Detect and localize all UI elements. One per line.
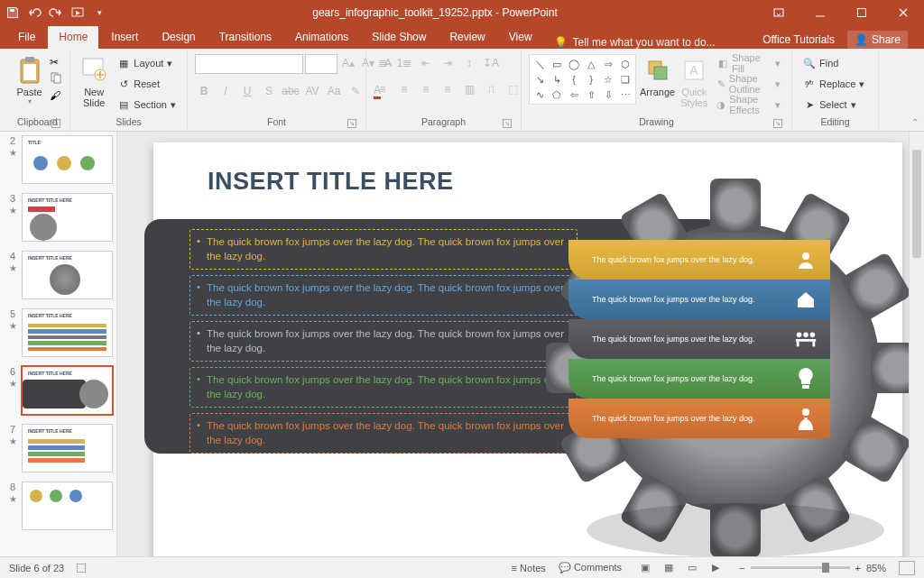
new-slide-button[interactable]: New Slide [78,54,110,108]
indent-icon[interactable]: ⇥ [439,54,457,72]
language-indicator[interactable] [77,564,86,573]
reset-button[interactable]: ↺Reset [114,75,180,93]
shape-arrow2-icon[interactable]: ⇦ [567,88,581,101]
shape-outline-button[interactable]: ✎Shape Outline ▾ [713,75,784,93]
justify-icon[interactable]: ≡ [439,80,457,98]
reading-view-icon[interactable]: ▭ [681,560,703,576]
bullets-icon[interactable]: ≣ [374,54,392,72]
section-button[interactable]: ▤Section ▾ [114,96,180,114]
redo-icon[interactable] [49,5,63,20]
gear-row-3[interactable]: The quick brown fox jumps over the lazy … [568,319,830,359]
tab-animations[interactable]: Animations [284,26,359,49]
font-family-select[interactable] [195,54,303,74]
replace-button[interactable]: ᵃ⁄ᵇReplace ▾ [799,75,868,93]
tab-file[interactable]: File [7,26,46,49]
office-tutorials-link[interactable]: Office Tutorials [762,33,835,46]
slide-canvas[interactable]: INSERT TITLE HERE The quick brown fox ju… [153,142,902,556]
slide-title[interactable]: INSERT TITLE HERE [208,168,454,196]
text-direction-icon[interactable]: ↧A [482,54,500,72]
dialog-launcher-icon[interactable]: ↘ [347,119,356,128]
shape-lbrace-icon[interactable]: { [567,73,581,86]
thumb-4[interactable]: 4★INSERT TITLE HERE [7,251,113,299]
highlight-icon[interactable]: ✎ [346,82,365,100]
shape-conn-icon[interactable]: ↳ [550,73,564,86]
zoom-control[interactable]: − + 85% [739,563,886,573]
bullet-1[interactable]: The quick brown fox jumps over the lazy … [189,229,578,270]
thumb-5[interactable]: 5★INSERT TITLE HERE [7,308,113,357]
shape-hex-icon[interactable]: ⬡ [618,58,633,70]
shape-arrow4-icon[interactable]: ⇩ [601,88,615,101]
comments-button[interactable]: 💬 Comments [559,562,622,573]
align-text-icon[interactable]: ⎍ [482,80,500,98]
select-button[interactable]: ➤Select ▾ [799,96,868,114]
thumb-8[interactable]: 8★ [7,482,113,530]
numbering-icon[interactable]: 1≣ [395,54,413,72]
tab-home[interactable]: Home [48,26,98,49]
shape-arrow-icon[interactable]: ⇨ [601,58,615,70]
tab-design[interactable]: Design [151,26,206,49]
share-button[interactable]: 👤 Share [847,31,908,49]
shape-line-icon[interactable]: ＼ [532,58,547,70]
bullet-5[interactable]: The quick brown fox jumps over the lazy … [189,413,578,454]
bullet-2[interactable]: The quick brown fox jumps over the lazy … [189,275,578,316]
arrange-button[interactable]: Arrange [640,54,675,97]
thumb-3[interactable]: 3★INSERT TITLE HERE [7,193,113,242]
shapes-gallery[interactable]: ＼ ▭ ◯ △ ⇨ ⬡ ↘ ↳ { } ☆ ❏ ∿ ⬠ ⇦ ⇧ ⇩ ⋯ [529,54,636,105]
align-left-icon[interactable]: ≡ [374,80,392,98]
close-button[interactable] [882,0,924,25]
maximize-button[interactable] [841,0,882,25]
smartart-icon[interactable]: ⬚ [504,80,522,98]
shape-effects-button[interactable]: ◑Shape Effects ▾ [713,96,784,114]
shape-rbrace-icon[interactable]: } [584,73,598,86]
fit-to-window-icon[interactable] [899,561,915,575]
underline-icon[interactable]: U [238,82,256,100]
italic-icon[interactable]: I [217,82,235,100]
columns-icon[interactable]: ▥ [460,80,478,98]
dialog-launcher-icon[interactable]: ↘ [773,119,782,128]
shape-poly-icon[interactable]: ⬠ [550,88,564,101]
shape-star-icon[interactable]: ☆ [601,73,615,86]
tab-insert[interactable]: Insert [100,26,149,49]
slide-thumbnails-panel[interactable]: 2★TITLE 3★INSERT TITLE HERE 4★INSERT TIT… [0,132,117,556]
shape-rect-icon[interactable]: ▭ [550,58,564,70]
zoom-in-icon[interactable]: + [855,563,861,573]
thumb-2[interactable]: 2★TITLE [7,135,113,184]
shadow-icon[interactable]: S [260,82,278,100]
bullet-3[interactable]: The quick brown fox jumps over the lazy … [189,321,578,362]
qat-dropdown-icon[interactable]: ▾ [92,5,106,20]
collapse-ribbon-icon[interactable]: ⌃ [911,117,919,127]
zoom-out-icon[interactable]: − [739,563,744,573]
align-center-icon[interactable]: ≡ [395,80,413,98]
format-painter-icon[interactable]: 🖌 [50,89,62,102]
undo-icon[interactable] [27,5,42,20]
paste-button[interactable]: Paste ▾ [13,54,46,106]
spacing-icon[interactable]: AV [303,82,321,100]
tab-review[interactable]: Review [439,26,495,49]
thumb-7[interactable]: 7★INSERT TITLE HERE [7,424,113,472]
shape-fill-button[interactable]: ◧Shape Fill ▾ [713,54,784,72]
dialog-launcher-icon[interactable]: ↘ [51,119,60,128]
quick-styles-button[interactable]: A Quick Styles [679,54,709,108]
shape-oval-icon[interactable]: ◯ [567,58,581,70]
shape-triangle-icon[interactable]: △ [584,58,598,70]
zoom-percent[interactable]: 85% [866,563,886,573]
start-from-beginning-icon[interactable] [70,5,85,20]
sorter-view-icon[interactable]: ▦ [658,560,679,576]
notes-button[interactable]: ≡ Notes [512,563,546,573]
case-icon[interactable]: Aa [325,82,343,100]
vertical-scrollbar[interactable] [909,132,924,556]
zoom-slider[interactable] [751,566,850,569]
scroll-thumb[interactable] [912,150,921,258]
tab-slideshow[interactable]: Slide Show [361,26,437,49]
normal-view-icon[interactable]: ▣ [634,560,656,576]
ribbon-options-icon[interactable] [758,0,799,25]
shape-curve-icon[interactable]: ∿ [532,88,547,101]
tell-me[interactable]: 💡 Tell me what you want to do... [545,36,725,49]
font-size-select[interactable] [305,54,337,74]
line-spacing-icon[interactable]: ↕ [460,54,478,72]
cut-icon[interactable]: ✂ [50,56,62,69]
tab-view[interactable]: View [498,26,543,49]
gear-row-2[interactable]: The quick brown fox jumps over the lazy … [568,280,830,319]
shape-more-icon[interactable]: ⋯ [618,88,633,101]
dedent-icon[interactable]: ⇤ [417,54,435,72]
